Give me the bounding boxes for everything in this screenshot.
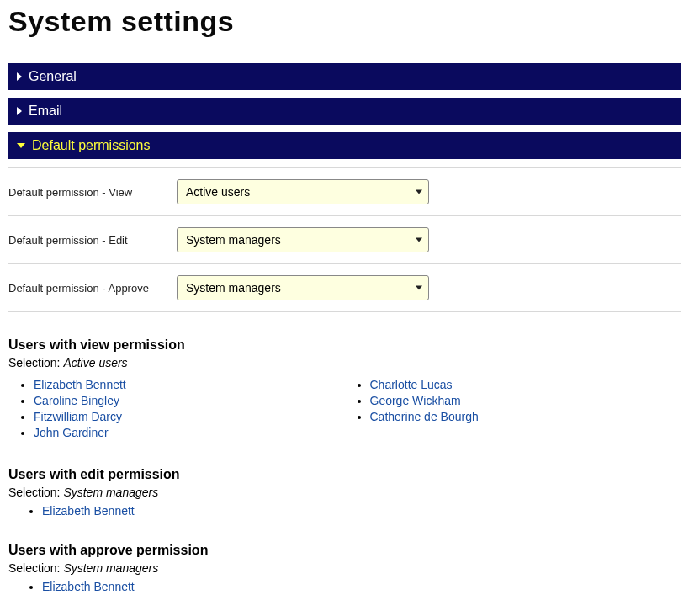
selection-value: System managers [63,561,158,575]
selection-label: Selection: [8,486,63,499]
field-row-edit: Default permission - Edit System manager… [8,216,681,264]
chevron-right-icon [17,72,22,81]
user-link[interactable]: Charlotte Lucas [370,378,453,391]
list-item: Fitzwilliam Darcy [34,410,345,423]
field-row-view: Default permission - View Active users [8,167,681,216]
user-link[interactable]: Elizabeth Bennett [34,378,126,391]
list-item: John Gardiner [34,426,345,439]
default-permissions-panel: Default permission - View Active users D… [8,167,681,312]
select-edit-permission[interactable]: System managers [177,227,429,252]
accordion-email-label: Email [29,104,62,119]
chevron-down-icon [17,143,25,148]
select-view-permission[interactable]: Active users [177,179,429,204]
field-label-edit: Default permission - Edit [8,234,177,247]
selection-line: Selection: System managers [8,561,681,575]
user-list: Elizabeth Bennett Caroline Bingley Fitzw… [34,378,345,439]
user-link[interactable]: Caroline Bingley [34,394,119,407]
selection-value: System managers [63,486,158,499]
accordion-email[interactable]: Email [8,98,681,125]
user-link[interactable]: George Wickham [370,394,461,407]
selection-label: Selection: [8,356,63,369]
accordion-general-label: General [29,69,77,84]
list-item: Catherine de Bourgh [370,410,681,423]
list-item: Elizabeth Bennett [42,580,681,593]
user-link[interactable]: Catherine de Bourgh [370,410,479,423]
list-item: Elizabeth Bennett [42,504,681,518]
section-approve-users: Users with approve permission Selection:… [8,543,681,593]
section-heading: Users with approve permission [8,543,681,558]
selection-line: Selection: System managers [8,486,681,499]
selection-value: Active users [63,356,127,369]
user-link[interactable]: Elizabeth Bennett [42,580,135,593]
accordion-default-permissions-label: Default permissions [32,138,151,153]
section-view-users: Users with view permission Selection: Ac… [8,337,681,442]
user-link[interactable]: Elizabeth Bennett [42,504,135,518]
selection-label: Selection: [8,561,63,575]
selection-line: Selection: Active users [8,356,681,369]
field-label-approve: Default permission - Approve [8,282,177,295]
user-list: Elizabeth Bennett [34,580,681,593]
field-label-view: Default permission - View [8,186,177,199]
section-heading: Users with view permission [8,337,681,353]
user-link[interactable]: John Gardiner [34,426,109,439]
chevron-right-icon [17,107,22,115]
user-list: Elizabeth Bennett [34,504,681,518]
field-row-approve: Default permission - Approve System mana… [8,264,681,312]
accordion-general[interactable]: General [8,63,681,90]
list-item: Charlotte Lucas [370,378,681,391]
page-title: System settings [8,5,681,38]
section-edit-users: Users with edit permission Selection: Sy… [8,467,681,518]
list-item: Caroline Bingley [34,394,345,407]
user-list: Charlotte Lucas George Wickham Catherine… [370,378,681,423]
list-item: Elizabeth Bennett [34,378,345,391]
user-link[interactable]: Fitzwilliam Darcy [34,410,122,423]
section-heading: Users with edit permission [8,467,681,482]
select-approve-permission[interactable]: System managers [177,275,429,300]
list-item: George Wickham [370,394,681,407]
accordion-default-permissions[interactable]: Default permissions [8,132,681,159]
